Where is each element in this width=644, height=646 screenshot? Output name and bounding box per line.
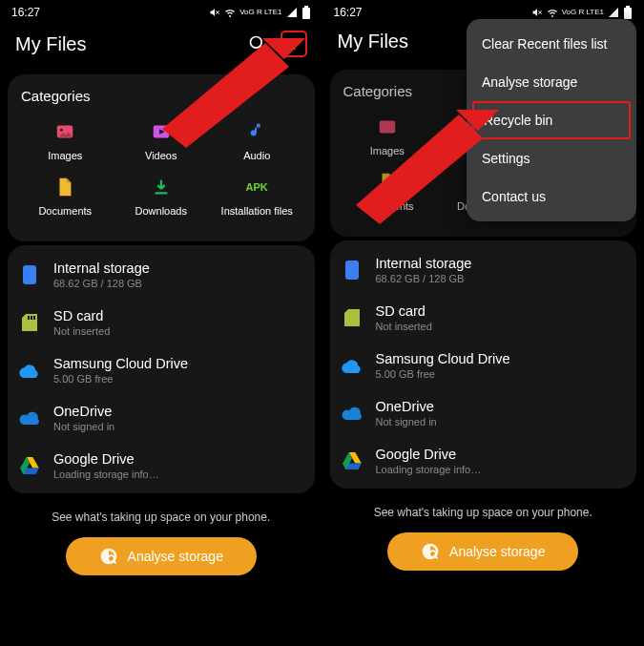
category-label: Images xyxy=(48,150,82,161)
svg-point-2 xyxy=(250,37,261,49)
storage-card: Internal storage68.62 GB / 128 GB SD car… xyxy=(8,245,315,493)
image-icon xyxy=(54,121,75,142)
storage-google-drive[interactable]: Google DriveLoading storage info… xyxy=(336,437,632,485)
audio-icon xyxy=(246,121,267,142)
samsung-cloud-icon xyxy=(19,360,40,381)
status-icons: VoG R LTE1 xyxy=(209,6,310,19)
menu-analyse-storage[interactable]: Analyse storage xyxy=(467,63,636,101)
net-label: VoG R LTE1 xyxy=(562,9,604,16)
svg-rect-10 xyxy=(23,265,36,284)
svg-point-6 xyxy=(292,47,295,50)
svg-rect-1 xyxy=(304,6,308,8)
more-button[interactable] xyxy=(280,31,307,57)
category-label: Videos xyxy=(145,150,177,161)
category-videos[interactable]: Videos xyxy=(113,115,208,171)
category-images[interactable]: Images xyxy=(340,111,435,166)
footer-hint: See what's taking up space on your phone… xyxy=(0,511,322,524)
storage-samsung-cloud[interactable]: Samsung Cloud Drive5.00 GB free xyxy=(13,346,309,394)
search-button[interactable] xyxy=(244,31,271,57)
category-documents[interactable]: Documents xyxy=(17,171,113,226)
phone-left: 16:27 VoG R LTE1 My Files Categories Ima… xyxy=(0,0,322,646)
storage-sub: 68.62 GB / 128 GB xyxy=(376,273,472,284)
status-bar: 16:27 VoG R LTE1 xyxy=(0,0,322,21)
analyse-storage-button[interactable]: Analyse storage xyxy=(387,532,578,571)
svg-rect-22 xyxy=(345,260,359,280)
category-label: Installation files xyxy=(221,205,293,217)
page-title: My Files xyxy=(338,31,408,52)
menu-clear-recent[interactable]: Clear Recent files list xyxy=(467,25,636,63)
storage-google-drive[interactable]: Google DriveLoading storage info… xyxy=(13,442,309,490)
category-audio[interactable]: Audio xyxy=(209,115,304,171)
mute-icon xyxy=(209,7,220,18)
category-label: Documents xyxy=(38,205,92,217)
menu-settings[interactable]: Settings xyxy=(467,139,636,177)
samsung-cloud-icon xyxy=(342,355,363,376)
svg-line-3 xyxy=(260,47,264,52)
analyse-icon xyxy=(99,547,118,566)
google-drive-icon xyxy=(342,450,363,471)
svg-rect-13 xyxy=(33,316,35,320)
battery-icon xyxy=(623,6,633,19)
analyse-storage-button[interactable]: Analyse storage xyxy=(66,537,257,575)
category-images[interactable]: Images xyxy=(17,115,113,171)
analyse-icon xyxy=(421,542,440,561)
menu-recycle-bin[interactable]: Recycle bin xyxy=(472,101,631,139)
category-downloads[interactable]: Downloads xyxy=(113,171,208,226)
svg-point-23 xyxy=(429,551,436,557)
storage-sub: Not inserted xyxy=(53,325,110,337)
onedrive-icon xyxy=(342,403,363,424)
svg-rect-18 xyxy=(624,8,632,19)
wifi-icon xyxy=(547,7,558,18)
sdcard-icon xyxy=(342,307,363,328)
svg-point-5 xyxy=(292,43,295,46)
svg-point-4 xyxy=(292,38,295,41)
category-apk[interactable]: APK Installation files xyxy=(209,171,304,226)
mute-icon xyxy=(531,7,543,18)
onedrive-icon xyxy=(19,407,40,428)
storage-sdcard[interactable]: SD cardNot inserted xyxy=(13,299,309,346)
storage-title: SD card xyxy=(376,303,432,319)
storage-title: OneDrive xyxy=(53,404,114,419)
phone-right: 16:27 VoG R LTE1 My Files Categories Ima… xyxy=(322,0,645,646)
page-title: My Files xyxy=(15,33,86,55)
storage-card: Internal storage68.62 GB / 128 GB SD car… xyxy=(330,240,637,489)
menu-contact-us[interactable]: Contact us xyxy=(467,177,636,216)
storage-samsung-cloud[interactable]: Samsung Cloud Drive5.00 GB free xyxy=(336,342,632,389)
svg-rect-19 xyxy=(626,6,630,8)
svg-rect-20 xyxy=(379,121,395,134)
storage-sub: 68.62 GB / 128 GB xyxy=(53,278,150,289)
sdcard-icon xyxy=(19,312,40,333)
storage-sub: 5.00 GB free xyxy=(376,368,510,380)
storage-sub: 5.00 GB free xyxy=(53,373,188,385)
status-bar: 16:27 VoG R LTE1 xyxy=(322,0,645,21)
svg-line-15 xyxy=(114,561,116,564)
storage-onedrive[interactable]: OneDriveNot signed in xyxy=(336,389,632,437)
storage-title: SD card xyxy=(53,308,110,323)
analyse-label: Analyse storage xyxy=(449,544,545,559)
clock: 16:27 xyxy=(334,6,363,19)
storage-sdcard[interactable]: SD cardNot inserted xyxy=(336,294,632,342)
overflow-menu: Clear Recent files list Analyse storage … xyxy=(467,19,636,221)
wifi-icon xyxy=(224,7,236,18)
storage-title: Samsung Cloud Drive xyxy=(53,356,188,371)
storage-sub: Loading storage info… xyxy=(376,464,482,475)
storage-onedrive[interactable]: OneDriveNot signed in xyxy=(13,394,309,442)
category-label: Images xyxy=(370,145,405,156)
svg-point-8 xyxy=(60,129,63,132)
storage-internal[interactable]: Internal storage68.62 GB / 128 GB xyxy=(336,246,632,294)
svg-rect-11 xyxy=(28,316,30,320)
storage-title: Internal storage xyxy=(376,256,472,271)
analyse-label: Analyse storage xyxy=(128,549,223,564)
status-icons: VoG R LTE1 xyxy=(531,6,633,19)
category-documents[interactable]: Documents xyxy=(340,166,435,221)
image-icon xyxy=(377,116,398,137)
search-icon xyxy=(248,34,267,53)
document-icon xyxy=(54,177,75,198)
signal-icon xyxy=(608,7,619,18)
svg-point-14 xyxy=(108,555,114,562)
svg-line-24 xyxy=(435,556,438,559)
storage-internal[interactable]: Internal storage68.62 GB / 128 GB xyxy=(13,251,309,299)
categories-card: Categories Images Videos Audio Documents… xyxy=(8,74,315,241)
storage-title: Google Drive xyxy=(376,447,482,462)
google-drive-icon xyxy=(19,455,40,476)
